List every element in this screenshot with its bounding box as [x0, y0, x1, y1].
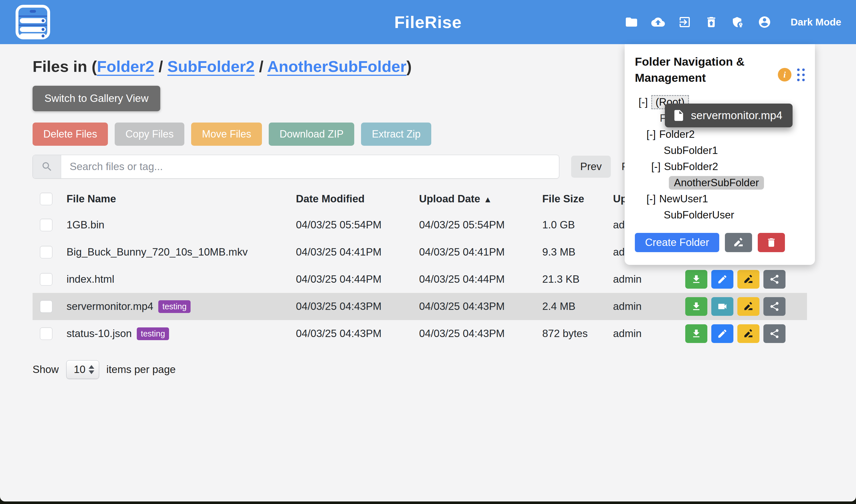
app-title: FileRise — [394, 13, 461, 32]
rename-folder-button[interactable] — [725, 233, 752, 252]
delete-folder-button[interactable] — [758, 233, 785, 252]
download-button[interactable] — [685, 324, 707, 343]
file-name[interactable]: servermonitor.mp4 — [67, 301, 153, 312]
expander-icon[interactable]: [-] — [646, 193, 656, 205]
tree-item-subfolder2[interactable]: [-]SubFolder2 — [635, 159, 805, 175]
tree-item-anothersubfolder[interactable]: AnotherSubFolder — [635, 175, 805, 191]
sign-out-icon[interactable] — [678, 15, 692, 29]
breadcrumb-link-subfolder2[interactable]: SubFolder2 — [167, 57, 255, 75]
date-modified: 04/03/25 04:41PM — [296, 246, 419, 258]
download-button[interactable] — [685, 297, 707, 316]
column-header-date-modified[interactable]: Date Modified — [296, 193, 419, 205]
admin-shield-icon[interactable] — [731, 15, 745, 29]
file-size: 1.0 GB — [542, 219, 613, 231]
expander-icon[interactable]: [-] — [651, 161, 661, 173]
upload-date: 04/03/25 04:44PM — [419, 273, 542, 285]
folder-panel-title: Folder Navigation & Management — [635, 54, 776, 86]
share-button[interactable] — [764, 324, 786, 343]
breadcrumb-separator: / — [159, 57, 163, 75]
breadcrumb-link-folder2[interactable]: Folder2 — [97, 57, 154, 75]
info-icon[interactable]: i — [778, 68, 791, 82]
per-page-value: 10 — [74, 364, 89, 376]
file-size: 872 bytes — [542, 328, 613, 340]
account-icon[interactable] — [758, 15, 771, 29]
expander-icon[interactable]: [-] — [639, 96, 648, 108]
search-input[interactable] — [61, 155, 559, 178]
rename-button[interactable] — [737, 297, 759, 316]
download-zip-button[interactable]: Download ZIP — [269, 123, 354, 146]
row-checkbox[interactable] — [40, 273, 52, 286]
share-button[interactable] — [764, 270, 786, 289]
tree-item-subfolderuser[interactable]: SubFolderUser — [635, 207, 805, 223]
row-checkbox[interactable] — [40, 300, 52, 313]
file-size: 21.3 KB — [542, 273, 613, 285]
tree-label-subfolderuser[interactable]: SubFolderUser — [664, 209, 734, 221]
show-label: Show — [33, 364, 59, 376]
row-checkbox[interactable] — [40, 327, 52, 340]
app-window: FileRise Dark Mode Files in (Folder2 / S… — [0, 0, 856, 504]
uploader: admin — [613, 273, 685, 285]
search-bar — [33, 155, 559, 179]
extract-zip-button[interactable]: Extract Zip — [361, 123, 431, 146]
upload-date: 04/03/25 05:54PM — [419, 219, 542, 231]
search-icon — [33, 155, 61, 178]
upload-date: 04/03/25 04:43PM — [419, 301, 542, 312]
breadcrumb-separator: / — [259, 57, 264, 75]
edit-button[interactable] — [711, 270, 733, 289]
prev-page-button[interactable]: Prev — [571, 156, 611, 178]
cloud-upload-icon[interactable] — [651, 15, 665, 29]
dark-mode-toggle[interactable]: Dark Mode — [791, 16, 841, 28]
tree-item-folder2[interactable]: [-]Folder2 — [635, 126, 805, 143]
breadcrumb-link-anothersubfolder[interactable]: AnotherSubFolder — [267, 57, 407, 75]
copy-files-button[interactable]: Copy Files — [115, 123, 184, 146]
column-header-file-name[interactable]: File Name — [67, 193, 296, 205]
switch-gallery-view-button[interactable]: Switch to Gallery View — [33, 86, 160, 111]
share-button[interactable] — [764, 297, 786, 316]
select-all-checkbox[interactable] — [40, 193, 52, 205]
file-size: 9.3 MB — [542, 246, 613, 258]
folder-icon[interactable] — [625, 15, 638, 29]
breadcrumb-prefix: Files in ( — [33, 57, 97, 75]
tree-label-newuser1[interactable]: NewUser1 — [659, 193, 708, 205]
file-name[interactable]: 1GB.bin — [67, 219, 104, 231]
create-folder-button[interactable]: Create Folder — [635, 233, 719, 252]
file-name[interactable]: index.html — [67, 273, 115, 285]
move-files-button[interactable]: Move Files — [191, 123, 262, 146]
file-size: 2.4 MB — [542, 301, 613, 312]
filerise-logo-icon — [15, 4, 51, 40]
items-per-page-label: items per page — [106, 364, 176, 376]
tree-label-anothersubfolder[interactable]: AnotherSubFolder — [669, 176, 764, 190]
table-row-highlighted: servermonitor.mp4testing 04/03/25 04:43P… — [33, 293, 807, 320]
file-name[interactable]: Big_Buck_Bunny_720_10s_10MB.mkv — [67, 246, 248, 258]
folder-navigation-panel: Folder Navigation & Management i [-](Roo… — [625, 44, 815, 265]
table-row: status-10.jsontesting 04/03/25 04:43PM 0… — [33, 320, 807, 347]
restore-trash-icon[interactable] — [704, 15, 718, 29]
tree-label-subfolder2[interactable]: SubFolder2 — [664, 161, 718, 173]
drag-ghost: servermonitor.mp4 — [665, 104, 792, 127]
top-header-bar: FileRise Dark Mode — [0, 0, 856, 44]
file-name[interactable]: status-10.json — [67, 328, 132, 340]
select-arrows-icon — [89, 365, 94, 374]
table-row: index.html 04/03/25 04:44PM 04/03/25 04:… — [33, 266, 807, 293]
tree-label-folder2[interactable]: Folder2 — [659, 128, 695, 140]
row-checkbox[interactable] — [40, 219, 52, 231]
page: FileRise Dark Mode Files in (Folder2 / S… — [0, 0, 856, 502]
drag-handle-icon[interactable] — [797, 69, 805, 81]
tag-badge: testing — [137, 327, 169, 340]
tree-label-subfolder1[interactable]: SubFolder1 — [664, 145, 718, 157]
column-header-upload-date[interactable]: Upload Date▲ — [419, 193, 542, 205]
edit-button[interactable] — [711, 324, 733, 343]
expander-icon[interactable]: [-] — [646, 128, 656, 140]
column-header-file-size[interactable]: File Size — [542, 193, 613, 205]
date-modified: 04/03/25 05:54PM — [296, 219, 419, 231]
rename-button[interactable] — [737, 270, 759, 289]
row-checkbox[interactable] — [40, 246, 52, 258]
items-per-page-select[interactable]: 10 — [66, 360, 99, 379]
rename-button[interactable] — [737, 324, 759, 343]
upload-date: 04/03/25 04:43PM — [419, 328, 542, 340]
video-preview-button[interactable] — [711, 297, 733, 316]
delete-files-button[interactable]: Delete Files — [33, 123, 108, 146]
tree-item-subfolder1[interactable]: SubFolder1 — [635, 143, 805, 159]
download-button[interactable] — [685, 270, 707, 289]
tree-item-newuser1[interactable]: [-]NewUser1 — [635, 191, 805, 207]
